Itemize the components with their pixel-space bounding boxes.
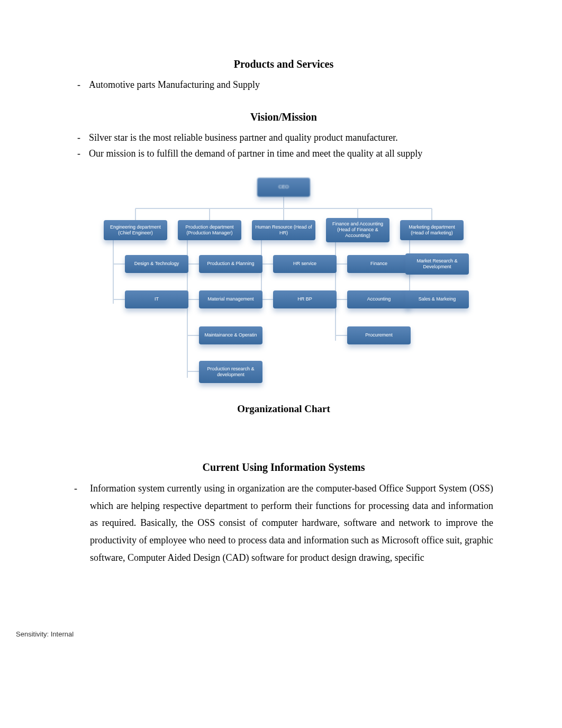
sensitivity-footer: Sensitivity: Internal	[16, 630, 74, 638]
chart-caption: Organizational Chart	[74, 403, 493, 415]
org-node-head: Finance and Accounting (Head of Finance …	[326, 218, 389, 242]
list-item: Information system currently using in or…	[84, 480, 493, 567]
org-node-ceo: CEO	[257, 178, 310, 197]
org-node-child: Production & Planning	[199, 255, 262, 273]
org-node-child: Market Research & Development	[405, 253, 469, 275]
products-heading: Products and Services	[74, 58, 493, 70]
org-node-head: Human Resource (Head of HR)	[252, 220, 315, 240]
info-systems-heading: Current Using Information Systems	[74, 461, 493, 474]
org-node-head: Engineering department (Chief Engineer)	[104, 220, 167, 240]
org-node-child: Accounting	[347, 290, 411, 308]
org-node-child: Finance	[347, 255, 411, 273]
list-item: Our mission is to fulfill the demand of …	[84, 145, 493, 162]
org-node-child: HR BP	[273, 290, 337, 308]
org-node-child: Maintainance & Operatin	[199, 326, 262, 344]
org-node-child: Material management	[199, 290, 262, 308]
vision-heading: Vision/Mission	[74, 111, 493, 123]
org-node-child: Procurement	[347, 326, 411, 344]
vision-list: Silver star is the most reliable busines…	[74, 130, 493, 162]
org-node-child: Production research & development	[199, 361, 262, 383]
org-node-child: HR service	[273, 255, 337, 273]
org-node-child: Design & Technology	[125, 255, 188, 273]
list-item: Silver star is the most reliable busines…	[84, 130, 493, 146]
list-item: Automotive parts Manufacturing and Suppl…	[84, 77, 493, 93]
org-chart: CEO Engineering department (Chief Engine…	[98, 171, 469, 394]
info-systems-list: Information system currently using in or…	[74, 480, 493, 567]
org-node-head: Marketing department (Head of marketing)	[400, 220, 464, 240]
org-node-head: Production department (Production Manage…	[178, 220, 241, 240]
org-node-child: IT	[125, 290, 188, 308]
products-list: Automotive parts Manufacturing and Suppl…	[74, 77, 493, 93]
org-node-child: Sales & Markeing	[405, 290, 469, 308]
